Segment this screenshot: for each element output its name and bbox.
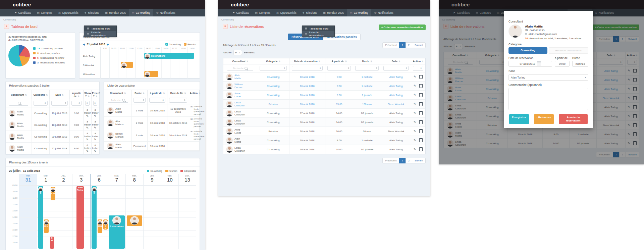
calendar-day-header[interactable]: Mer. 1 bbox=[37, 174, 55, 185]
delete-icon[interactable] bbox=[419, 120, 423, 124]
category-coworking-button[interactable]: Co-working bbox=[508, 47, 547, 54]
column-header[interactable]: Consultant⇅ bbox=[104, 90, 132, 96]
nav-item[interactable]: ▤ Comptes bbox=[34, 9, 55, 16]
column-header[interactable]: A partir de⇅ bbox=[325, 58, 353, 64]
search-input[interactable]: Recherche bbox=[108, 98, 128, 103]
calendar-event[interactable]: Alain Turing bbox=[76, 186, 84, 249]
edit-icon[interactable]: ✎ bbox=[94, 150, 97, 153]
calendar-event[interactable]: 4 réservations bbox=[109, 215, 125, 249]
calendar-day-header[interactable]: Mar. 7 bbox=[108, 174, 125, 185]
legend-checkbox[interactable]: ✓ bbox=[165, 43, 168, 46]
delete-icon[interactable] bbox=[419, 75, 423, 79]
pagination-next[interactable]: Suivant bbox=[412, 158, 426, 163]
edit-icon[interactable]: ✎ bbox=[94, 126, 97, 130]
edit-icon[interactable]: ✎ bbox=[414, 84, 416, 88]
nav-item[interactable]: ⚑ Candidats bbox=[11, 9, 34, 16]
column-header[interactable]: à partir de⇅ bbox=[148, 90, 167, 96]
calendar-icon[interactable] bbox=[537, 61, 541, 66]
create-reservation-button[interactable]: + Créer une nouvelle réservation bbox=[379, 24, 426, 30]
comment-textarea[interactable] bbox=[508, 88, 588, 110]
nav-item[interactable]: ▦ Rendez-vous bbox=[320, 9, 347, 16]
calendar-day-header[interactable]: Lun. 6 bbox=[91, 174, 108, 185]
edit-icon[interactable]: ✎ bbox=[414, 148, 416, 151]
pagination-page[interactable]: 1 bbox=[399, 42, 406, 48]
pagination-page[interactable]: 2 bbox=[406, 158, 412, 163]
column-header[interactable]: Salle⇅ bbox=[381, 58, 411, 64]
delete-icon[interactable] bbox=[419, 138, 423, 142]
nav-item[interactable]: ▦ Rendez-vous bbox=[102, 9, 129, 16]
edit-icon[interactable]: ✎ bbox=[94, 114, 97, 118]
filter-select[interactable]: ⇕ bbox=[71, 101, 82, 106]
search-input[interactable] bbox=[9, 101, 28, 106]
reservation-bar[interactable] bbox=[144, 71, 159, 77]
timeline-legend-item[interactable]: ✓ Réunion bbox=[184, 43, 196, 46]
dropdown-menu-item[interactable]: ▦ Tableau de bord bbox=[302, 26, 334, 31]
filter-select[interactable]: ⇕ bbox=[85, 101, 89, 106]
edit-icon[interactable]: ✎ bbox=[414, 93, 416, 97]
edit-icon[interactable]: ✎ bbox=[86, 114, 89, 118]
calendar-day-header[interactable]: Mar. 31 bbox=[19, 174, 37, 185]
column-header[interactable]: Catégorie⇅ bbox=[32, 90, 49, 99]
pagination-page[interactable]: 1 bbox=[399, 158, 406, 163]
column-header[interactable]: Consultant⇅ bbox=[223, 58, 257, 64]
nav-item[interactable]: ◫ Co-working bbox=[347, 9, 371, 16]
column-header[interactable]: Date de réservation⇅ bbox=[289, 58, 325, 64]
column-header[interactable]: Durée⇅ bbox=[131, 90, 148, 96]
edit-icon[interactable]: ✎ bbox=[414, 75, 416, 79]
room-select[interactable]: Alan Turing ▾ bbox=[508, 74, 588, 81]
calendar-event[interactable]: S W bbox=[50, 237, 54, 249]
pagination-next[interactable]: Suivant bbox=[412, 42, 426, 48]
nav-item[interactable]: ⚑ Candidats bbox=[229, 9, 252, 16]
nav-item[interactable]: ✆ Notifications bbox=[371, 9, 396, 16]
edit-icon[interactable]: ✎ bbox=[86, 150, 89, 153]
pagination-page[interactable]: 2 bbox=[406, 42, 412, 48]
filter-select[interactable]: ⇕ bbox=[383, 66, 409, 71]
date-input[interactable]: 07 août 2018 bbox=[508, 61, 552, 67]
edit-icon[interactable]: ✎ bbox=[86, 138, 89, 141]
nav-item[interactable]: ◎ Opportunités bbox=[55, 9, 82, 16]
column-header[interactable]: Durée⇅ bbox=[353, 58, 381, 64]
edit-icon[interactable]: ✎ bbox=[94, 138, 97, 141]
calendar-event[interactable]: M H bbox=[98, 219, 102, 233]
calendar-event[interactable]: S bbox=[92, 186, 97, 249]
nav-item[interactable]: ◎ Opportunités bbox=[273, 9, 300, 16]
calendar-day-header[interactable]: Ven. 3 bbox=[72, 174, 90, 185]
timeline-legend-item[interactable]: ✓ Co-working bbox=[165, 43, 181, 46]
quarantine-action[interactable]: ✉ prévoir la fin de quarantaine par mail bbox=[190, 105, 199, 115]
nav-item[interactable]: ◫ Co-working bbox=[129, 9, 153, 16]
column-header[interactable]: Consultant⇅ bbox=[6, 90, 32, 99]
edit-icon[interactable]: ✎ bbox=[86, 126, 89, 130]
edit-icon[interactable]: ✎ bbox=[414, 130, 416, 133]
filter-select[interactable]: ⇕ bbox=[260, 66, 287, 71]
column-header[interactable]: Action⇅ bbox=[411, 58, 425, 64]
previous-day-button[interactable]: ◀ bbox=[83, 43, 85, 46]
edit-icon[interactable]: ✎ bbox=[414, 139, 416, 142]
back-button[interactable]: ‹ Retourner bbox=[534, 114, 554, 124]
nav-item[interactable]: ✆ Notifications bbox=[153, 9, 178, 16]
calendar-event[interactable]: S bbox=[38, 186, 43, 249]
filter-select[interactable]: ⇕ bbox=[413, 66, 423, 71]
cancel-reservation-button[interactable]: Annuler la réservation bbox=[559, 114, 588, 124]
column-header[interactable]: Show ?⇅ bbox=[84, 90, 91, 99]
edit-icon[interactable]: ✎ bbox=[414, 102, 416, 106]
nav-item[interactable]: ✈ Missions bbox=[300, 9, 320, 16]
filter-select[interactable]: ⇕ bbox=[169, 98, 187, 103]
nav-item[interactable]: ▤ Comptes bbox=[252, 9, 273, 16]
next-day-button[interactable]: ▶ bbox=[107, 43, 109, 46]
delete-icon[interactable] bbox=[419, 111, 423, 115]
delete-icon[interactable] bbox=[419, 147, 423, 151]
search-input[interactable]: Recherche bbox=[227, 66, 253, 71]
column-header[interactable]: Catégorie⇅ bbox=[257, 58, 289, 64]
edit-icon[interactable]: ✎ bbox=[414, 111, 416, 115]
from-time-input[interactable]: 09:00 bbox=[555, 61, 570, 67]
filter-select[interactable]: ⇕ bbox=[93, 101, 97, 106]
delete-icon[interactable] bbox=[419, 93, 423, 97]
delete-icon[interactable] bbox=[419, 84, 423, 88]
dropdown-menu-item[interactable]: ▤ Liste de réservations bbox=[84, 31, 116, 37]
calendar-day-header[interactable]: Ven. 10 bbox=[161, 174, 178, 185]
column-header[interactable]: Date⇅ bbox=[49, 90, 70, 99]
column-header[interactable]: Freezé ?⇅ bbox=[91, 90, 99, 99]
filter-select[interactable]: ⇕ bbox=[327, 66, 351, 71]
nav-item[interactable]: ✈ Missions bbox=[82, 9, 102, 16]
delete-icon[interactable] bbox=[419, 129, 423, 133]
